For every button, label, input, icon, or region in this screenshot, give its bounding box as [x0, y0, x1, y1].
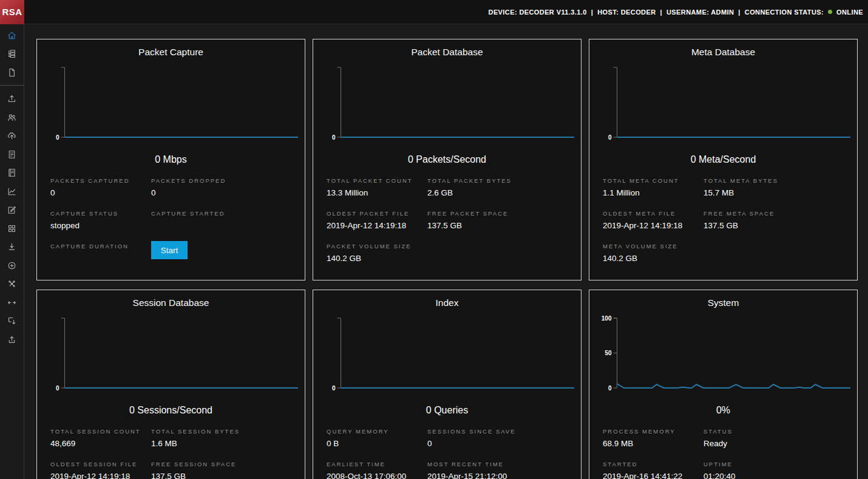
panel-system: System1005000%PROCESS MEMORY68.9 MBSTATU… [589, 290, 858, 479]
sidebar-item-upload-share[interactable] [0, 330, 24, 349]
separator: | [660, 8, 662, 16]
panel-stats: TOTAL META COUNT1.1 MillionTOTAL META BY… [603, 177, 852, 276]
panel-session-database: Session Database00 Sessions/SecondTOTAL … [36, 290, 305, 479]
panel-stats: TOTAL SESSION COUNT48,669TOTAL SESSION B… [50, 428, 300, 479]
stat-label: PACKETS CAPTURED [50, 177, 151, 184]
host-info: HOST: DECODER [597, 8, 656, 16]
add-circle-icon [7, 260, 17, 271]
stat-label: STATUS [704, 428, 852, 435]
sidebar-item-cloud-upload[interactable] [0, 127, 24, 146]
journal-icon [7, 168, 17, 178]
stat-cell: PACKET VOLUME SIZE140.2 GB [327, 243, 427, 276]
stat-cell: PROCESS MEMORY68.9 MB [603, 428, 704, 461]
panel-chart: 0 [37, 61, 305, 146]
stat-label: CAPTURE STATUS [50, 210, 151, 217]
panel-big-value: 0 Sessions/Second [37, 405, 305, 416]
stat-cell: OLDEST PACKET FILE2019-Apr-12 14:19:18 [327, 210, 427, 243]
stat-cell: UPTIME01:20:40 [704, 461, 852, 479]
panel-packet-database: Packet Database00 Packets/SecondTOTAL PA… [313, 39, 581, 280]
stat-label: MOST RECENT TIME [427, 461, 576, 467]
upload-packets-icon [7, 93, 17, 104]
rsa-logo: RSA [0, 0, 24, 24]
stat-cell: CAPTURE STARTED [151, 210, 300, 243]
stat-label: TOTAL SESSION BYTES [151, 428, 300, 435]
panel-big-value: 0 Mbps [37, 154, 305, 165]
stat-value: 2019-Apr-15 21:12:00 [427, 472, 576, 479]
download-icon [7, 242, 17, 252]
sidebar-item-add-circle[interactable] [0, 256, 24, 275]
stat-label: CAPTURE DURATION [50, 243, 151, 250]
cloud-upload-icon [7, 131, 17, 141]
stat-label: SESSIONS SINCE SAVE [427, 428, 576, 435]
stat-value: 137.5 GB [427, 221, 576, 231]
device-info: DEVICE: DECODER V11.3.1.0 [489, 8, 587, 16]
stat-value: 15.7 MB [704, 188, 852, 198]
stat-value: 68.9 MB [603, 439, 704, 449]
separator: | [738, 8, 740, 16]
network-icon [7, 279, 17, 289]
stat-value: 0 [50, 188, 151, 198]
stat-label: FREE META SPACE [704, 210, 852, 217]
panel-title: Meta Database [589, 47, 857, 58]
stat-label: FREE PACKET SPACE [427, 210, 576, 217]
panel-stats: PROCESS MEMORY68.9 MBSTATUSReadySTARTED2… [603, 428, 852, 479]
stat-label: META VOLUME SIZE [603, 243, 704, 250]
stat-cell: STARTED2019-Apr-16 14:41:22 [603, 461, 704, 479]
sidebar-item-apps-grid[interactable] [0, 219, 24, 238]
stat-label: CAPTURE STARTED [151, 210, 300, 217]
panel-meta-database: Meta Database00 Meta/SecondTOTAL META CO… [589, 39, 858, 280]
panel-title: Session Database [37, 297, 305, 308]
stat-cell: Start [151, 243, 300, 276]
reports-icon [7, 149, 17, 160]
sidebar-item-journal[interactable] [0, 164, 24, 183]
edit-icon [7, 205, 17, 215]
stat-value: 137.5 GB [704, 221, 852, 231]
sidebar-item-network[interactable] [0, 275, 24, 294]
home-icon [7, 30, 17, 41]
stat-cell: PACKETS DROPPED0 [151, 177, 300, 210]
stat-value: 0 [151, 188, 300, 198]
sidebar-item-services[interactable] [0, 45, 24, 64]
sidebar-item-export-down[interactable] [0, 312, 24, 331]
stat-cell: QUERY MEMORY0 B [327, 428, 427, 461]
sidebar-divider [0, 85, 24, 86]
separator: | [591, 8, 593, 16]
sidebar-item-home[interactable] [0, 26, 24, 45]
chart-ytick-label: 0 [608, 385, 612, 392]
sidebar-item-arrows-horizontal[interactable] [0, 293, 24, 312]
users-icon [7, 112, 17, 123]
chart-ytick-label: 0 [56, 385, 59, 392]
panel-big-value: 0 Queries [313, 405, 581, 416]
panel-title: System [589, 297, 857, 308]
sidebar-item-charts[interactable] [0, 182, 24, 201]
panel-big-value: 0 Packets/Second [313, 154, 581, 165]
panel-chart: 0 [313, 312, 581, 397]
stat-cell: TOTAL PACKET BYTES2.6 GB [427, 177, 576, 210]
stat-value: 2019-Apr-12 14:19:18 [327, 221, 427, 231]
stat-value: 2008-Oct-13 17:06:00 [327, 472, 427, 479]
stat-value: 140.2 GB [327, 254, 427, 263]
stat-label: EARLIEST TIME [327, 461, 427, 467]
stat-cell: TOTAL PACKET COUNT13.3 Million [327, 177, 427, 210]
stat-value: 2019-Apr-12 14:19:18 [50, 472, 151, 479]
sidebar-item-reports[interactable] [0, 145, 24, 164]
packet-capture-start-button[interactable]: Start [151, 241, 188, 259]
panel-stats: QUERY MEMORY0 BSESSIONS SINCE SAVE0EARLI… [327, 428, 576, 479]
sidebar-item-users[interactable] [0, 108, 24, 127]
stat-value: 137.5 GB [151, 472, 300, 479]
stat-value: 2019-Apr-12 14:19:18 [603, 221, 704, 231]
stat-label: PACKETS DROPPED [151, 177, 300, 184]
sidebar-item-download[interactable] [0, 238, 24, 257]
sidebar-item-edit[interactable] [0, 201, 24, 220]
sidebar-item-files[interactable] [0, 63, 24, 82]
panel-chart: 100500 [589, 312, 857, 397]
chart-ytick-label: 0 [56, 134, 59, 141]
sidebar-item-upload-packets[interactable] [0, 90, 24, 109]
stat-value: 1.6 MB [151, 439, 300, 449]
stat-label: STARTED [603, 461, 704, 467]
stat-value: stopped [50, 221, 151, 231]
services-icon [7, 49, 17, 59]
chart-line [617, 384, 851, 388]
stat-label: UPTIME [704, 461, 852, 467]
online-status-dot [828, 10, 832, 14]
